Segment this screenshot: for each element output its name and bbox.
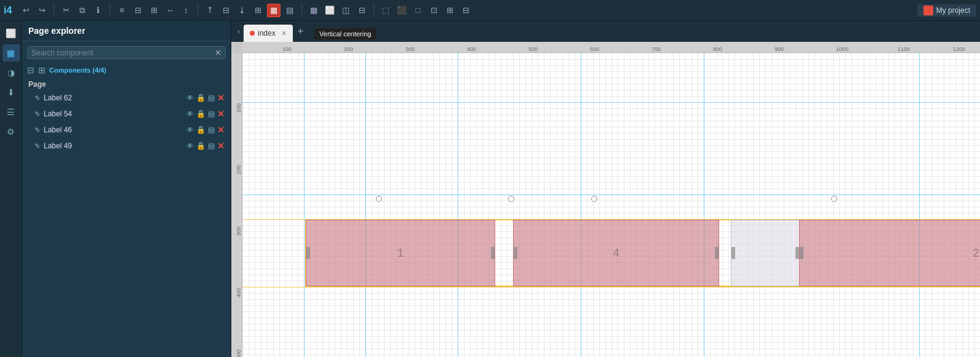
- item-style-btn-1[interactable]: ▤: [208, 110, 215, 118]
- item-delete-btn-0[interactable]: ✕: [217, 93, 225, 103]
- align-right-btn[interactable]: ⊞: [147, 4, 161, 17]
- app-logo: i4: [4, 5, 12, 16]
- item-style-btn-2[interactable]: ▤: [208, 126, 215, 134]
- item-lock-btn-1[interactable]: 🔒: [196, 110, 205, 118]
- grid-btn[interactable]: ▦: [267, 4, 281, 17]
- undo-btn[interactable]: ↩: [19, 4, 33, 17]
- distribute-h-btn[interactable]: ↔: [163, 4, 177, 17]
- item-style-btn-3[interactable]: ▤: [208, 142, 215, 150]
- resize-left-light[interactable]: [731, 247, 735, 259]
- align-left-btn[interactable]: ≡: [115, 4, 129, 17]
- list-item[interactable]: ✎ Label 46 👁 🔒 ▤ ✕: [22, 122, 231, 138]
- search-bar[interactable]: Search component ✕: [27, 46, 226, 59]
- ruler-tick-100: 100: [282, 46, 292, 52]
- item-name-2: Label 46: [44, 126, 183, 134]
- resize-left-1[interactable]: [306, 247, 310, 259]
- search-input[interactable]: Search component: [31, 49, 212, 57]
- sidebar-settings-btn[interactable]: ⚙: [2, 123, 20, 140]
- align-middle-btn[interactable]: ⊟: [219, 4, 233, 17]
- tooltip-vertical-centering: Vertical centering: [314, 28, 376, 39]
- anchor-dot-3: [591, 196, 597, 202]
- ruler-tick-1000: 1000: [836, 46, 848, 52]
- sel-btn[interactable]: ⊡: [427, 4, 440, 17]
- redo-btn[interactable]: ↪: [35, 4, 49, 17]
- top-toolbar: i4 ↩ ↪ ✂ ⧉ ℹ ≡ ⊟ ⊞ ↔ ↕ ⤒ ⊟ ⤓ ⊞ ▦ ▤ ▩ ⬜ ◫…: [0, 0, 980, 21]
- tab-nav-prev[interactable]: ‹: [234, 21, 244, 42]
- item-lock-btn-3[interactable]: 🔒: [196, 142, 205, 150]
- resize-right-1[interactable]: [491, 247, 495, 259]
- sidebar-styles-btn[interactable]: ◑: [2, 64, 20, 81]
- frame-btn[interactable]: ▩: [307, 4, 321, 17]
- sidebar-assets-btn[interactable]: ⬇: [2, 84, 20, 101]
- label-block-1[interactable]: 1: [306, 220, 495, 286]
- grid2-btn[interactable]: ⬚: [379, 4, 392, 17]
- align-center-btn[interactable]: ⊟: [131, 4, 145, 17]
- label-block-4[interactable]: 4: [513, 220, 719, 286]
- guide-v-1: [304, 53, 305, 357]
- list-item[interactable]: ✎ Label 54 👁 🔒 ▤ ✕: [22, 106, 231, 122]
- copy-btn[interactable]: ⧉: [75, 4, 89, 17]
- sep3: [197, 4, 198, 17]
- label-block-text-4: 4: [613, 247, 619, 260]
- item-lock-btn-2[interactable]: 🔒: [196, 126, 205, 134]
- sidebar-pages-btn[interactable]: ⬜: [2, 25, 20, 42]
- item-visible-btn-0[interactable]: 👁: [186, 94, 194, 102]
- tab-index[interactable]: index ✕: [244, 25, 293, 42]
- outline-btn[interactable]: □: [411, 4, 424, 17]
- ruler-vtick-100: 100: [236, 103, 242, 113]
- search-clear-btn[interactable]: ✕: [215, 48, 221, 57]
- resize-left-4[interactable]: [514, 247, 517, 259]
- item-lock-btn-0[interactable]: 🔒: [196, 94, 205, 102]
- icon-sidebar: ⬜ ▦ ◑ ⬇ ☰ ⚙: [0, 21, 22, 357]
- dist-h2-btn[interactable]: ⊞: [251, 4, 265, 17]
- tab-add-btn[interactable]: +: [293, 21, 308, 42]
- list-item[interactable]: ✎ Label 49 👁 🔒 ▤ ✕: [22, 138, 231, 154]
- item-actions-0: 👁 🔒 ▤ ✕: [186, 93, 225, 103]
- sidebar-components-btn[interactable]: ▦: [2, 44, 20, 62]
- cut-btn[interactable]: ✂: [59, 4, 73, 17]
- info-btn[interactable]: ℹ: [91, 4, 105, 17]
- grid3-btn[interactable]: ⊞: [443, 4, 456, 17]
- ruler-tick-300: 300: [405, 46, 415, 52]
- frame2-btn[interactable]: ⬜: [323, 4, 337, 17]
- ruler-horizontal: 100 200 300 400 500 600 700 800 900 1000…: [242, 42, 980, 53]
- align-top-btn[interactable]: ⤒: [203, 4, 217, 17]
- row-btn[interactable]: ⊟: [355, 4, 368, 17]
- collapse-btn[interactable]: ⊟: [459, 4, 472, 17]
- item-style-btn-0[interactable]: ▤: [208, 94, 215, 102]
- canvas-area[interactable]: 100 200 300 400 500 600 700 800 900 1000…: [231, 42, 980, 357]
- resize-left-2[interactable]: [800, 247, 803, 259]
- collapse-all-btn[interactable]: ⊟: [27, 65, 34, 75]
- ruler-tick-900: 900: [775, 46, 784, 52]
- tab-close-btn[interactable]: ✕: [281, 30, 287, 38]
- anchor-dot-1: [376, 196, 382, 202]
- anchor-dot-4: [831, 196, 837, 202]
- item-visible-btn-3[interactable]: 👁: [186, 142, 194, 150]
- label-block-light[interactable]: [731, 220, 800, 286]
- ruler-tick-1100: 1100: [898, 46, 910, 52]
- list-item[interactable]: ✎ Label 62 👁 🔒 ▤ ✕: [22, 90, 231, 106]
- distribute-v-btn[interactable]: ↕: [179, 4, 193, 17]
- sidebar-layers-btn[interactable]: ☰: [2, 103, 20, 121]
- resize-right-4[interactable]: [715, 247, 719, 259]
- square-btn[interactable]: ⬛: [395, 4, 408, 17]
- expand-all-btn[interactable]: ⊞: [38, 65, 46, 75]
- components-count-label: Components (4/4): [49, 66, 106, 74]
- item-name-0: Label 62: [44, 94, 183, 102]
- item-actions-2: 👁 🔒 ▤ ✕: [186, 125, 225, 135]
- ruler-vertical: 100 200 300 400 500: [231, 53, 242, 357]
- item-delete-btn-3[interactable]: ✕: [217, 141, 225, 151]
- item-visible-btn-2[interactable]: 👁: [186, 126, 194, 134]
- tab-dot: [250, 31, 255, 36]
- ruler-vtick-500: 500: [236, 350, 242, 357]
- item-delete-btn-1[interactable]: ✕: [217, 109, 225, 119]
- align-bottom-btn[interactable]: ⤓: [235, 4, 249, 17]
- col-btn[interactable]: ◫: [339, 4, 353, 17]
- sep4: [301, 4, 302, 17]
- table-btn[interactable]: ▤: [283, 4, 297, 17]
- item-visible-btn-1[interactable]: 👁: [186, 110, 194, 118]
- sep5: [373, 4, 374, 17]
- label-block-2[interactable]: 2: [799, 220, 980, 286]
- item-delete-btn-2[interactable]: ✕: [217, 125, 225, 135]
- label-block-text-1: 1: [397, 247, 404, 260]
